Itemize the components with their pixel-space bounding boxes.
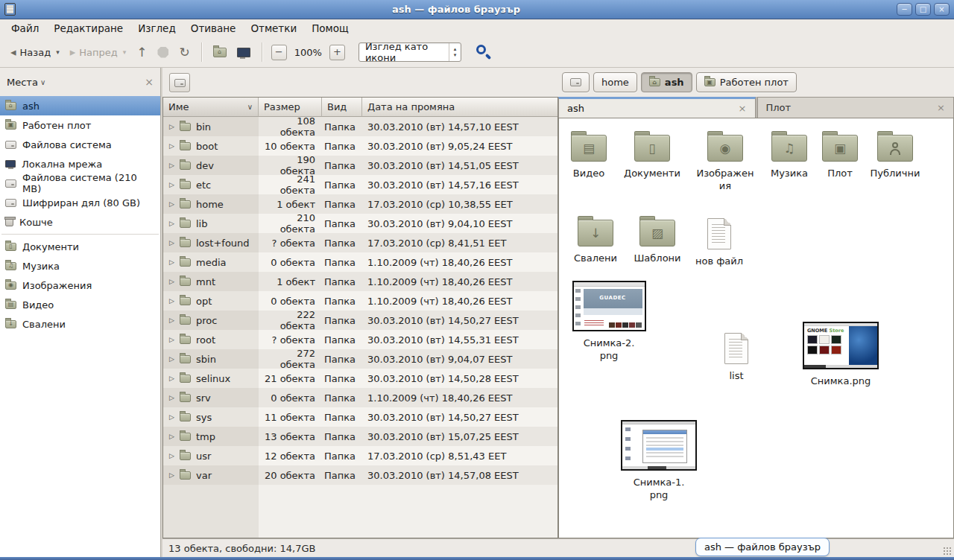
expander-icon[interactable]: ▷ — [166, 394, 177, 401]
tab-ash[interactable]: ash× — [558, 97, 756, 118]
column-header-size[interactable]: Размер — [259, 98, 322, 117]
sidebar-item-music-folder[interactable]: ♫Музика — [0, 256, 160, 276]
expander-icon[interactable]: ▷ — [166, 336, 177, 343]
zoom-out-button[interactable]: − — [271, 45, 287, 60]
table-row[interactable]: ▷etc241 обектаПапка30.03.2010 (вт) 14,57… — [163, 175, 557, 194]
column-header-date[interactable]: Дата на промяна — [362, 98, 557, 117]
column-header-type[interactable]: Вид — [322, 98, 362, 117]
path-button-ash[interactable]: ⌂ash — [641, 72, 692, 92]
menu-item-bookmarks[interactable]: Отметки — [243, 20, 304, 36]
search-button[interactable] — [475, 43, 493, 61]
path-button-home[interactable]: home — [593, 72, 637, 92]
spinner-icon[interactable]: ▴ ▾ — [449, 43, 461, 61]
expander-icon[interactable]: ▷ — [166, 258, 177, 266]
table-row[interactable]: ▷root? обектаПапка30.03.2010 (вт) 14,55,… — [163, 330, 557, 349]
tab-close-icon[interactable]: × — [739, 103, 747, 114]
sidebar-item-downloads-folder[interactable]: ↓Свалени — [0, 314, 160, 334]
file-item[interactable]: Снимка-1.png — [618, 420, 700, 502]
filesystem-root-button[interactable] — [169, 73, 190, 92]
expander-icon[interactable]: ▷ — [166, 239, 177, 246]
expander-icon[interactable]: ▷ — [166, 220, 177, 227]
up-button[interactable]: ↑ — [131, 43, 152, 62]
sidebar-item-video-folder[interactable]: ▤Видео — [0, 295, 160, 314]
table-row[interactable]: ▷opt0 обектаПапка1.10.2009 (чт) 18,40,26… — [163, 291, 557, 311]
titlebar[interactable]: ash — файлов браузър ─ □ × — [0, 0, 954, 19]
file-item[interactable]: нов файл — [678, 215, 760, 268]
sidebar-item-desktop-folder[interactable]: ▣Работен плот — [0, 115, 160, 135]
table-row[interactable]: ▷usr12 обектаПапка17.03.2010 (ср) 8,51,4… — [163, 446, 557, 465]
table-row[interactable]: ▷var20 обектаПапка30.03.2010 (вт) 14,57,… — [163, 465, 557, 485]
forward-button[interactable]: ▸ Напред ▾ — [65, 44, 132, 61]
table-row[interactable]: ▷selinux21 обектаПапка30.03.2010 (вт) 14… — [163, 369, 557, 388]
expander-icon[interactable]: ▷ — [166, 471, 177, 479]
tab-plot[interactable]: Плот× — [757, 97, 954, 118]
menu-item-help[interactable]: Помощ — [304, 20, 356, 36]
expander-icon[interactable]: ▷ — [166, 181, 177, 188]
table-row[interactable]: ▷sys11 обектаПапка30.03.2010 (вт) 14,50,… — [163, 407, 557, 427]
expander-icon[interactable]: ▷ — [166, 355, 177, 363]
expander-icon[interactable]: ▷ — [166, 123, 177, 130]
tab-close-icon[interactable]: × — [937, 102, 945, 113]
expander-icon[interactable]: ▷ — [166, 142, 177, 150]
table-row[interactable]: ▷boot10 обектаПапка30.03.2010 (вт) 9,05,… — [163, 136, 557, 156]
expander-icon[interactable]: ▷ — [166, 278, 177, 285]
resize-grip[interactable] — [943, 547, 953, 555]
stop-button[interactable] — [152, 44, 174, 61]
expander-icon[interactable]: ▷ — [166, 200, 177, 208]
expander-icon[interactable]: ▷ — [166, 433, 177, 440]
menu-item-edit[interactable]: Редактиране — [46, 20, 130, 36]
expander-icon[interactable]: ▷ — [166, 162, 177, 169]
path-button-desktop[interactable]: ▣Работен плот — [696, 72, 797, 92]
column-header-name[interactable]: Име∨ — [163, 98, 259, 117]
places-header[interactable]: Места ∨ × — [0, 68, 160, 96]
sidebar-item-drive[interactable]: Шифриран дял (80 GB) — [0, 193, 160, 212]
reload-button[interactable]: ↻ — [174, 43, 195, 62]
expander-icon[interactable]: ▷ — [166, 413, 177, 421]
menu-item-file[interactable]: Файл — [4, 20, 46, 36]
home-button[interactable]: ⌂ — [208, 45, 232, 60]
sidebar-item-home-folder[interactable]: ⌂ash — [0, 96, 160, 115]
table-row[interactable]: ▷proc222 обектаПапка30.03.2010 (вт) 14,5… — [163, 311, 557, 330]
back-dropdown-icon[interactable]: ▾ — [56, 48, 60, 56]
sidebar-item-drive[interactable]: Файлова система (210 MB) — [0, 174, 160, 193]
expander-icon[interactable]: ▷ — [166, 316, 177, 324]
close-button[interactable]: × — [934, 3, 950, 16]
file-item[interactable]: GUADECСнимка-2.png — [568, 281, 650, 363]
computer-button[interactable] — [232, 45, 256, 60]
table-row[interactable]: ▷dev190 обектаПапка30.03.2010 (вт) 14,51… — [163, 156, 557, 175]
file-item[interactable]: ▯Документи — [611, 129, 693, 180]
table-row[interactable]: ▷lost+found? обектаПапка17.03.2010 (ср) … — [163, 233, 557, 252]
table-row[interactable]: ▷lib210 обектаПапка30.03.2010 (вт) 9,04,… — [163, 214, 557, 233]
path-button-root[interactable] — [562, 72, 590, 92]
menu-item-go[interactable]: Отиване — [183, 20, 244, 36]
view-mode-select[interactable]: Изглед като икони ▴ ▾ — [358, 42, 461, 62]
table-row[interactable]: ▷mnt1 обектПапка1.10.2009 (чт) 18,40,26 … — [163, 272, 557, 291]
table-row[interactable]: ▷tmp13 обектаПапка30.03.2010 (вт) 15,07,… — [163, 427, 557, 446]
sidebar-item-trash[interactable]: Кошче — [0, 212, 160, 232]
back-button[interactable]: ◂ Назад ▾ — [5, 44, 65, 61]
file-item[interactable]: Публични — [854, 129, 936, 180]
desktop-folder-icon: ▣ — [704, 78, 716, 86]
folder-icon — [180, 394, 191, 402]
expander-icon[interactable]: ▷ — [166, 452, 177, 459]
maximize-button[interactable]: □ — [915, 3, 931, 16]
sidebar-item-network[interactable]: Локална мрежа — [0, 154, 160, 174]
sidebar-item-documents-folder[interactable]: ▯Документи — [0, 237, 160, 256]
sidebar-item-pictures-folder[interactable]: ◉Изображения — [0, 276, 160, 295]
menu-item-view[interactable]: Изглед — [130, 20, 183, 36]
file-name: bin — [196, 121, 211, 133]
places-close-icon[interactable]: × — [145, 76, 154, 88]
icon-view[interactable]: ▤Видео▯Документи◉Изображения♫Музика▣Плот… — [558, 118, 954, 538]
sidebar-item-drive[interactable]: Файлова система — [0, 135, 160, 154]
expander-icon[interactable]: ▷ — [166, 297, 177, 305]
table-row[interactable]: ▷home1 обектПапка17.03.2010 (ср) 10,38,5… — [163, 194, 557, 214]
table-row[interactable]: ▷bin108 обектаПапка30.03.2010 (вт) 14,57… — [163, 117, 557, 136]
zoom-in-button[interactable]: + — [329, 45, 345, 60]
file-item[interactable]: GNOME StoreСнимка.png — [800, 322, 882, 388]
file-item[interactable]: list — [695, 330, 777, 383]
table-row[interactable]: ▷sbin272 обектаПапка30.03.2010 (вт) 9,04… — [163, 349, 557, 369]
table-row[interactable]: ▷srv0 обектаПапка1.10.2009 (чт) 18,40,26… — [163, 388, 557, 407]
minimize-button[interactable]: ─ — [897, 3, 912, 16]
expander-icon[interactable]: ▷ — [166, 375, 177, 382]
table-row[interactable]: ▷media0 обектаПапка1.10.2009 (чт) 18,40,… — [163, 252, 557, 272]
